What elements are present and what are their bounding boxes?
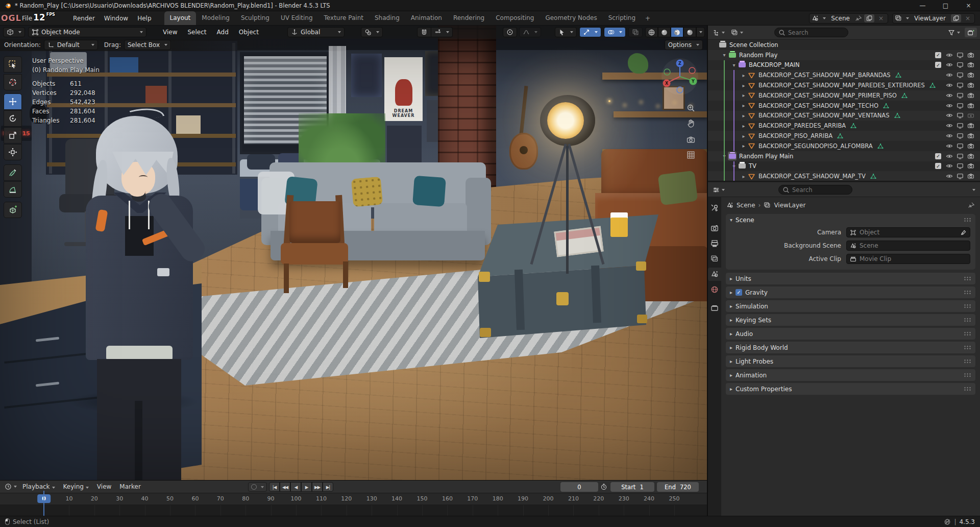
toggle-camera-icon[interactable] bbox=[966, 172, 975, 181]
viewport-menu-select[interactable]: Select bbox=[182, 29, 211, 36]
outliner-row[interactable]: ▾BACKDROP_MAIN✓ bbox=[708, 60, 980, 70]
toggle-eye-icon[interactable] bbox=[945, 51, 953, 59]
tab-sculpting[interactable]: Sculpting bbox=[235, 11, 275, 25]
properties-tab-render[interactable] bbox=[708, 222, 721, 235]
toggle-screen-icon[interactable] bbox=[955, 172, 964, 181]
shading-rendered-button[interactable] bbox=[683, 27, 696, 37]
shading-solid-button[interactable] bbox=[658, 27, 671, 37]
tool-select-box-button[interactable] bbox=[4, 56, 22, 73]
toggle-screen-icon[interactable] bbox=[955, 152, 964, 160]
play-button[interactable]: ▶ bbox=[301, 482, 312, 492]
toggle-camera-icon[interactable] bbox=[966, 71, 975, 80]
panel-checkbox[interactable]: ✓ bbox=[736, 289, 742, 296]
outliner-item-label[interactable]: BACKDROP_CAST_SHADOW_MAP_TECHO bbox=[758, 102, 878, 109]
outliner-row[interactable]: ▸BACKDROP_CAST_SHADOW_MAP_PAREDES_EXTERI… bbox=[708, 80, 980, 90]
selectability-visibility-button[interactable] bbox=[555, 27, 577, 37]
pin-icon[interactable] bbox=[968, 202, 975, 209]
jump-end-button[interactable]: ▶| bbox=[323, 482, 333, 492]
play-back-button[interactable]: ◀ bbox=[290, 482, 301, 492]
viewport-menu-add[interactable]: Add bbox=[212, 29, 234, 36]
playhead-line[interactable] bbox=[43, 491, 44, 516]
current-frame-field[interactable]: 0 bbox=[560, 482, 598, 492]
tool-move-button[interactable] bbox=[4, 93, 22, 110]
panel-drag-dots[interactable] bbox=[964, 290, 971, 295]
toggle-camera-icon[interactable] bbox=[966, 162, 975, 171]
expander-icon[interactable]: ▾ bbox=[721, 52, 728, 58]
frame-end-field[interactable]: End 720 bbox=[657, 482, 699, 492]
toggle-eye-icon[interactable] bbox=[945, 172, 953, 181]
panel-drag-dots[interactable] bbox=[964, 318, 971, 322]
toggle-screen-icon[interactable] bbox=[955, 132, 964, 140]
toggle-eye-icon[interactable] bbox=[945, 152, 953, 160]
outliner-item-label[interactable]: Scene Collection bbox=[729, 41, 778, 49]
jump-start-button[interactable]: |◀ bbox=[269, 482, 280, 492]
timeline-menu-playback[interactable]: Playback bbox=[18, 482, 59, 492]
shading-wireframe-button[interactable] bbox=[645, 27, 658, 37]
maximize-button[interactable]: □ bbox=[934, 0, 957, 11]
ortho-grid-button[interactable] bbox=[684, 148, 697, 161]
outliner-item-label[interactable]: TV bbox=[749, 162, 756, 170]
add-workspace-button[interactable]: + bbox=[641, 12, 654, 25]
expander-icon[interactable]: ▸ bbox=[740, 103, 747, 108]
outliner-row[interactable]: ▸BACKDROP_CAST_SHADOW_MAP_TECHO bbox=[708, 101, 980, 111]
outliner-item-label[interactable]: Random Play Main bbox=[739, 153, 793, 160]
tab-shading[interactable]: Shading bbox=[369, 11, 405, 25]
toggle-camera-icon[interactable] bbox=[966, 132, 975, 140]
editor-type-button[interactable] bbox=[3, 27, 25, 37]
toggle-screen-icon[interactable] bbox=[955, 141, 964, 150]
outliner-item-label[interactable]: BACKDROP_PAREDES_ARRIBA bbox=[758, 122, 846, 129]
outliner-search[interactable] bbox=[774, 28, 848, 37]
toggle-eye-icon[interactable] bbox=[945, 162, 953, 171]
panel-simulation[interactable]: ▸Simulation bbox=[726, 300, 975, 312]
toggle-screen-icon[interactable] bbox=[955, 81, 964, 90]
toggle-screen-icon[interactable] bbox=[955, 91, 964, 100]
tool-add-cube-button[interactable] bbox=[4, 202, 22, 218]
outliner-item-label[interactable]: BACKDROP_CAST_SHADOW_MAP_TV bbox=[758, 173, 866, 180]
tool-scale-button[interactable] bbox=[4, 127, 22, 143]
panel-drag-dots[interactable] bbox=[964, 218, 971, 222]
outliner-search-input[interactable] bbox=[788, 29, 844, 36]
toggle-eye-icon[interactable] bbox=[945, 91, 953, 100]
properties-search-input[interactable] bbox=[792, 186, 848, 194]
zoom-button[interactable] bbox=[684, 101, 697, 114]
viewport-3d-scene[interactable]: NOV 715 DREAM WEAVER bbox=[0, 26, 707, 480]
toggle-eye-icon[interactable] bbox=[945, 132, 953, 140]
exclude-checkbox[interactable]: ✓ bbox=[935, 62, 941, 68]
eyedropper-icon[interactable] bbox=[960, 229, 967, 236]
outliner-item-label[interactable]: BACKDROP_PISO_ARRIBA bbox=[758, 132, 832, 139]
exclude-checkbox[interactable]: ✓ bbox=[935, 163, 941, 169]
expander-icon[interactable]: ▸ bbox=[740, 123, 747, 129]
panel-drag-dots[interactable] bbox=[964, 304, 971, 308]
toggle-camera-icon[interactable] bbox=[966, 91, 975, 100]
tab-modeling[interactable]: Modeling bbox=[196, 11, 235, 25]
outliner-item-label[interactable]: BACKDROP_CAST_SHADOW_MAP_PRIMER_PISO bbox=[758, 92, 897, 99]
close-button[interactable]: × bbox=[957, 0, 980, 11]
panel-drag-dots[interactable] bbox=[964, 373, 971, 377]
toggle-camera-icon[interactable] bbox=[966, 101, 975, 110]
toggle-eye-icon[interactable] bbox=[945, 81, 953, 90]
exclude-checkbox[interactable]: ✓ bbox=[935, 153, 941, 159]
snap-with-selector[interactable] bbox=[431, 27, 453, 37]
pivot-point-selector[interactable] bbox=[361, 27, 383, 37]
field-camera[interactable]: Object bbox=[846, 227, 970, 237]
properties-tab-output[interactable] bbox=[708, 237, 721, 250]
timeline-editor-type-button[interactable] bbox=[3, 482, 18, 491]
timeline-strip[interactable] bbox=[0, 505, 707, 516]
outliner-row[interactable]: ▾Random Play✓ bbox=[708, 50, 980, 60]
toggle-screen-icon[interactable] bbox=[955, 61, 964, 69]
toggle-camera-icon[interactable] bbox=[966, 51, 975, 59]
shading-material-button[interactable] bbox=[671, 27, 683, 37]
properties-tab-view-layer[interactable] bbox=[708, 252, 721, 266]
outliner-row[interactable]: ▸BACKDROP_CAST_SHADOW_MAP_TV bbox=[708, 171, 980, 181]
tab-uv-editing[interactable]: UV Editing bbox=[275, 11, 318, 25]
outliner-row[interactable]: ▾TV✓ bbox=[708, 161, 980, 172]
outliner-item-label[interactable]: BACKDROP_CAST_SHADOW_MAP_BARANDAS bbox=[758, 71, 891, 79]
tool-rotate-button[interactable] bbox=[4, 110, 22, 127]
toggle-eye-icon[interactable] bbox=[945, 111, 953, 120]
toggle-camera-icon[interactable] bbox=[966, 61, 975, 69]
orientation-setting-dropdown[interactable]: Default bbox=[44, 40, 98, 50]
toggle-eye-icon[interactable] bbox=[945, 61, 953, 69]
tab-texture-paint[interactable]: Texture Paint bbox=[318, 11, 369, 25]
breadcrumb-viewlayer[interactable]: ViewLayer bbox=[774, 202, 805, 209]
toggle-camera-icon[interactable] bbox=[966, 111, 975, 120]
